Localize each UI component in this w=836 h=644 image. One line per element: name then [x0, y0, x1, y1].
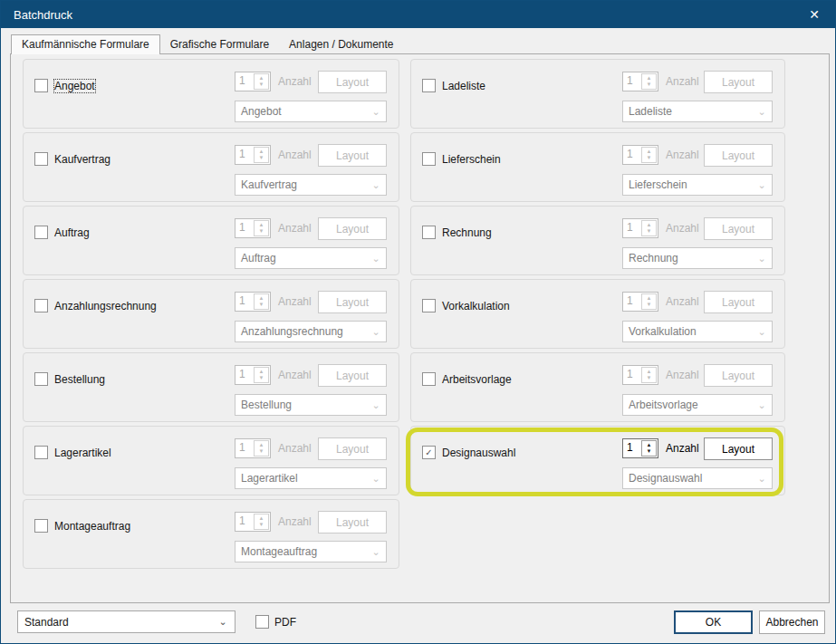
layout-button[interactable]: Layout — [704, 291, 773, 313]
spinner-arrows[interactable]: ▲▼ — [641, 73, 657, 90]
checkbox-icon[interactable] — [34, 299, 48, 312]
spinner-value[interactable]: 1 — [235, 146, 253, 164]
spinner-arrows[interactable]: ▲▼ — [641, 440, 657, 457]
spinner-down-icon[interactable]: ▼ — [259, 523, 264, 527]
anzahl-spinner[interactable]: 1 ▲▼ — [235, 512, 271, 532]
checkbox-label[interactable]: Kaufvertrag — [54, 153, 111, 166]
layout-button[interactable]: Layout — [704, 437, 773, 460]
spinner-up-icon[interactable]: ▲ — [259, 76, 264, 81]
spinner-up-icon[interactable]: ▲ — [259, 443, 264, 447]
spinner-up-icon[interactable]: ▲ — [647, 76, 652, 81]
vorkalkulation-checkbox[interactable]: Vorkalkulation — [422, 299, 510, 312]
spinner-value[interactable]: 1 — [623, 366, 640, 384]
spinner-down-icon[interactable]: ▼ — [647, 156, 652, 160]
layout-button[interactable]: Layout — [704, 71, 773, 93]
checkbox-label[interactable]: Lagerartikel — [54, 447, 111, 459]
layout-button[interactable]: Layout — [318, 291, 387, 313]
layout-button[interactable]: Layout — [704, 217, 773, 240]
montageauftrag-checkbox[interactable]: Montageauftrag — [34, 519, 130, 533]
spinner-arrows[interactable]: ▲▼ — [254, 367, 269, 383]
layout-combobox[interactable]: Montageauftrag ⌄ — [235, 541, 387, 562]
print-profile-combobox[interactable]: Standard ⌄ — [17, 610, 235, 633]
spinner-up-icon[interactable]: ▲ — [647, 149, 652, 154]
spinner-up-icon[interactable]: ▲ — [259, 296, 264, 301]
spinner-down-icon[interactable]: ▼ — [647, 376, 652, 380]
anzahl-spinner[interactable]: 1 ▲▼ — [622, 438, 658, 458]
checkbox-icon[interactable] — [255, 615, 269, 629]
auftrag-checkbox[interactable]: Auftrag — [34, 226, 90, 239]
checkbox-label[interactable]: Vorkalkulation — [442, 300, 510, 312]
spinner-value[interactable]: 1 — [623, 72, 640, 91]
checkbox-checked-icon[interactable]: ✓ — [422, 446, 436, 459]
spinner-up-icon[interactable]: ▲ — [259, 370, 264, 374]
spinner-arrows[interactable]: ▲▼ — [254, 220, 269, 236]
spinner-arrows[interactable]: ▲▼ — [254, 147, 269, 163]
checkbox-icon[interactable] — [34, 226, 48, 239]
angebot-checkbox[interactable]: Angebot — [34, 79, 95, 92]
checkbox-label[interactable]: Bestellung — [54, 373, 105, 386]
tab-grafische-formulare[interactable]: Grafische Formulare — [160, 34, 279, 54]
spinner-value[interactable]: 1 — [623, 146, 640, 164]
spinner-down-icon[interactable]: ▼ — [647, 229, 652, 234]
layout-button[interactable]: Layout — [318, 437, 387, 460]
layout-button[interactable]: Layout — [318, 511, 387, 533]
spinner-down-icon[interactable]: ▼ — [259, 82, 264, 87]
anzahl-spinner[interactable]: 1 ▲▼ — [235, 72, 271, 91]
checkbox-label[interactable]: Anzahlungsrechnung — [54, 300, 157, 312]
anzahl-spinner[interactable]: 1 ▲▼ — [235, 365, 271, 385]
anzahl-spinner[interactable]: 1 ▲▼ — [622, 72, 658, 91]
spinner-arrows[interactable]: ▲▼ — [641, 367, 657, 383]
spinner-value[interactable]: 1 — [235, 219, 253, 237]
anzahl-spinner[interactable]: 1 ▲▼ — [235, 145, 271, 165]
spinner-arrows[interactable]: ▲▼ — [254, 514, 269, 530]
spinner-value[interactable]: 1 — [623, 219, 640, 237]
spinner-down-icon[interactable]: ▼ — [647, 303, 652, 307]
anzahl-spinner[interactable]: 1 ▲▼ — [235, 218, 271, 238]
spinner-down-icon[interactable]: ▼ — [259, 449, 264, 454]
checkbox-icon[interactable] — [34, 152, 48, 166]
kaufvertrag-checkbox[interactable]: Kaufvertrag — [34, 152, 111, 166]
layout-button[interactable]: Layout — [318, 144, 387, 167]
spinner-arrows[interactable]: ▲▼ — [641, 220, 657, 236]
rechnung-checkbox[interactable]: Rechnung — [422, 226, 492, 239]
spinner-up-icon[interactable]: ▲ — [647, 443, 652, 447]
lieferschein-checkbox[interactable]: Lieferschein — [422, 152, 501, 166]
tab-kaufmaennische-formulare[interactable]: Kaufmännische Formulare — [11, 34, 160, 54]
layout-combobox[interactable]: Lagerartikel ⌄ — [235, 467, 387, 489]
spinner-up-icon[interactable]: ▲ — [647, 370, 652, 374]
checkbox-label[interactable]: Rechnung — [442, 226, 492, 239]
spinner-value[interactable]: 1 — [235, 439, 253, 457]
spinner-down-icon[interactable]: ▼ — [647, 449, 652, 454]
checkbox-label[interactable]: Arbeitsvorlage — [442, 373, 512, 386]
anzahl-spinner[interactable]: 1 ▲▼ — [622, 218, 658, 238]
spinner-down-icon[interactable]: ▼ — [647, 82, 652, 87]
layout-combobox[interactable]: Arbeitsvorlage ⌄ — [622, 394, 773, 416]
checkbox-label[interactable]: Designauswahl — [442, 447, 515, 459]
spinner-value[interactable]: 1 — [235, 293, 253, 311]
spinner-up-icon[interactable]: ▲ — [259, 516, 264, 521]
spinner-up-icon[interactable]: ▲ — [259, 149, 264, 154]
spinner-down-icon[interactable]: ▼ — [259, 303, 264, 307]
layout-combobox[interactable]: Designauswahl ⌄ — [622, 467, 773, 489]
spinner-value[interactable]: 1 — [235, 366, 253, 384]
cancel-button[interactable]: Abbrechen — [759, 610, 825, 634]
spinner-value[interactable]: 1 — [623, 439, 640, 457]
spinner-arrows[interactable]: ▲▼ — [641, 293, 657, 310]
tab-anlagen-dokumente[interactable]: Anlagen / Dokumente — [279, 34, 403, 54]
layout-combobox[interactable]: Kaufvertrag ⌄ — [235, 174, 387, 196]
checkbox-label[interactable]: Auftrag — [54, 226, 90, 239]
layout-combobox[interactable]: Anzahlungsrechnung ⌄ — [235, 321, 387, 342]
layout-button[interactable]: Layout — [318, 71, 387, 93]
checkbox-icon[interactable] — [422, 299, 436, 312]
anzahl-spinner[interactable]: 1 ▲▼ — [235, 292, 271, 312]
checkbox-label[interactable]: Angebot — [54, 80, 95, 92]
bestellung-checkbox[interactable]: Bestellung — [34, 372, 105, 386]
ladeliste-checkbox[interactable]: Ladeliste — [422, 79, 485, 92]
anzahl-spinner[interactable]: 1 ▲▼ — [235, 438, 271, 458]
layout-combobox[interactable]: Ladeliste ⌄ — [622, 101, 773, 122]
checkbox-icon[interactable] — [34, 372, 48, 386]
checkbox-icon[interactable] — [422, 226, 436, 239]
ok-button[interactable]: OK — [674, 610, 753, 634]
spinner-up-icon[interactable]: ▲ — [259, 223, 264, 227]
layout-button[interactable]: Layout — [318, 364, 387, 387]
